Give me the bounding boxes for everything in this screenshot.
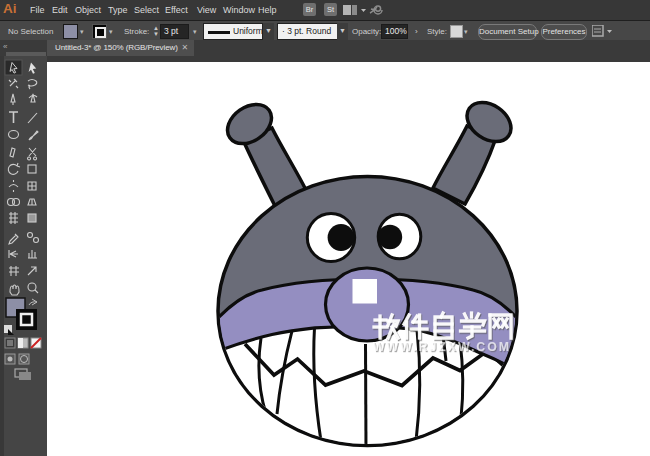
svg-text:WWW.RJZXW.COM: WWW.RJZXW.COM bbox=[373, 340, 511, 354]
